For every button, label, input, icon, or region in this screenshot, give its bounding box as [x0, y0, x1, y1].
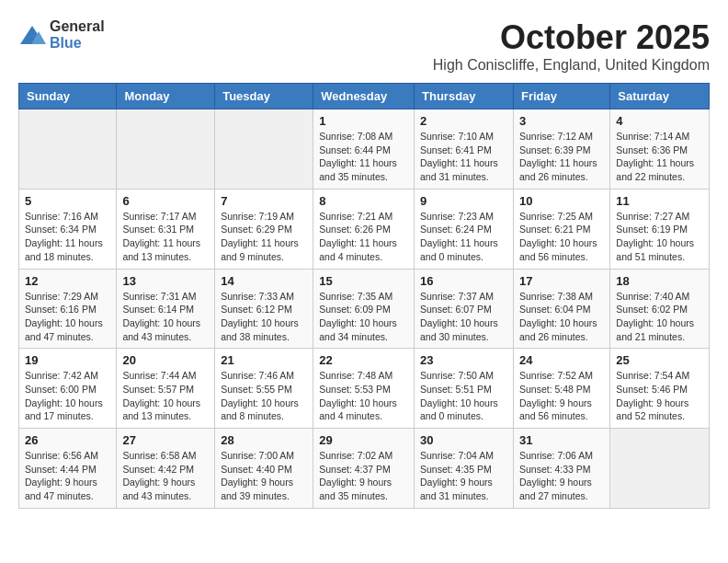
day-info: Sunrise: 7:02 AMSunset: 4:37 PMDaylight:…: [319, 449, 408, 503]
day-number: 17: [519, 274, 604, 288]
title-area: October 2025 High Coniscliffe, England, …: [433, 18, 710, 74]
day-cell: 13Sunrise: 7:31 AMSunset: 6:14 PMDayligh…: [117, 269, 215, 349]
day-cell: 20Sunrise: 7:44 AMSunset: 5:57 PMDayligh…: [117, 349, 215, 429]
weekday-header-sunday: Sunday: [19, 84, 117, 109]
day-info: Sunrise: 7:37 AMSunset: 6:07 PMDaylight:…: [420, 290, 507, 344]
day-number: 1: [319, 114, 408, 128]
day-info: Sunrise: 7:35 AMSunset: 6:09 PMDaylight:…: [319, 290, 408, 344]
day-info: Sunrise: 7:42 AMSunset: 6:00 PMDaylight:…: [25, 369, 110, 423]
day-number: 25: [616, 353, 703, 367]
day-number: 29: [319, 433, 408, 447]
day-info: Sunrise: 7:23 AMSunset: 6:24 PMDaylight:…: [420, 210, 507, 264]
logo-general: General: [50, 18, 105, 34]
day-number: 12: [25, 274, 110, 288]
location-title: High Coniscliffe, England, United Kingdo…: [433, 57, 710, 74]
weekday-header-friday: Friday: [513, 84, 609, 109]
day-info: Sunrise: 7:08 AMSunset: 6:44 PMDaylight:…: [319, 130, 408, 184]
day-number: 10: [519, 194, 604, 208]
day-cell: 1Sunrise: 7:08 AMSunset: 6:44 PMDaylight…: [313, 109, 415, 190]
day-info: Sunrise: 7:17 AMSunset: 6:31 PMDaylight:…: [122, 210, 209, 264]
day-number: 13: [122, 274, 209, 288]
day-number: 18: [616, 274, 703, 288]
day-number: 2: [420, 114, 507, 128]
day-cell: [19, 109, 117, 190]
week-row-3: 12Sunrise: 7:29 AMSunset: 6:16 PMDayligh…: [19, 269, 710, 349]
day-cell: 14Sunrise: 7:33 AMSunset: 6:12 PMDayligh…: [215, 269, 313, 349]
day-number: 7: [221, 194, 307, 208]
day-number: 3: [519, 114, 604, 128]
day-number: 27: [122, 433, 209, 447]
weekday-header-saturday: Saturday: [610, 84, 710, 109]
day-cell: 22Sunrise: 7:48 AMSunset: 5:53 PMDayligh…: [313, 349, 415, 429]
day-cell: 28Sunrise: 7:00 AMSunset: 4:40 PMDayligh…: [215, 429, 313, 509]
day-info: Sunrise: 6:58 AMSunset: 4:42 PMDaylight:…: [122, 449, 209, 503]
weekday-header-monday: Monday: [117, 84, 215, 109]
day-info: Sunrise: 7:16 AMSunset: 6:34 PMDaylight:…: [25, 210, 110, 264]
day-number: 30: [420, 433, 507, 447]
day-cell: 5Sunrise: 7:16 AMSunset: 6:34 PMDaylight…: [19, 189, 117, 269]
day-cell: 2Sunrise: 7:10 AMSunset: 6:41 PMDaylight…: [415, 109, 514, 190]
day-cell: 8Sunrise: 7:21 AMSunset: 6:26 PMDaylight…: [313, 189, 415, 269]
weekday-header-wednesday: Wednesday: [313, 84, 415, 109]
day-number: 9: [420, 194, 507, 208]
day-number: 14: [221, 274, 307, 288]
day-cell: 23Sunrise: 7:50 AMSunset: 5:51 PMDayligh…: [415, 349, 514, 429]
day-cell: 10Sunrise: 7:25 AMSunset: 6:21 PMDayligh…: [513, 189, 609, 269]
day-number: 6: [122, 194, 209, 208]
day-cell: 21Sunrise: 7:46 AMSunset: 5:55 PMDayligh…: [215, 349, 313, 429]
day-number: 28: [221, 433, 307, 447]
day-info: Sunrise: 7:25 AMSunset: 6:21 PMDaylight:…: [519, 210, 604, 264]
weekday-header-tuesday: Tuesday: [215, 84, 313, 109]
day-cell: 25Sunrise: 7:54 AMSunset: 5:46 PMDayligh…: [610, 349, 710, 429]
day-number: 16: [420, 274, 507, 288]
day-info: Sunrise: 7:19 AMSunset: 6:29 PMDaylight:…: [221, 210, 307, 264]
day-cell: 6Sunrise: 7:17 AMSunset: 6:31 PMDaylight…: [117, 189, 215, 269]
day-cell: 31Sunrise: 7:06 AMSunset: 4:33 PMDayligh…: [513, 429, 609, 509]
header: General Blue October 2025 High Conisclif…: [18, 18, 710, 74]
week-row-4: 19Sunrise: 7:42 AMSunset: 6:00 PMDayligh…: [19, 349, 710, 429]
day-info: Sunrise: 7:06 AMSunset: 4:33 PMDaylight:…: [519, 449, 604, 503]
day-info: Sunrise: 7:33 AMSunset: 6:12 PMDaylight:…: [221, 290, 307, 344]
day-info: Sunrise: 7:00 AMSunset: 4:40 PMDaylight:…: [221, 449, 307, 503]
week-row-5: 26Sunrise: 6:56 AMSunset: 4:44 PMDayligh…: [19, 429, 710, 509]
logo-blue: Blue: [50, 35, 82, 51]
day-info: Sunrise: 7:04 AMSunset: 4:35 PMDaylight:…: [420, 449, 507, 503]
day-info: Sunrise: 7:14 AMSunset: 6:36 PMDaylight:…: [616, 130, 703, 184]
day-number: 4: [616, 114, 703, 128]
calendar-table: SundayMondayTuesdayWednesdayThursdayFrid…: [18, 83, 710, 509]
day-info: Sunrise: 7:12 AMSunset: 6:39 PMDaylight:…: [519, 130, 604, 184]
day-info: Sunrise: 7:10 AMSunset: 6:41 PMDaylight:…: [420, 130, 507, 184]
day-number: 22: [319, 353, 408, 367]
day-info: Sunrise: 7:46 AMSunset: 5:55 PMDaylight:…: [221, 369, 307, 423]
logo: General Blue: [18, 18, 105, 52]
day-cell: 24Sunrise: 7:52 AMSunset: 5:48 PMDayligh…: [513, 349, 609, 429]
day-cell: 30Sunrise: 7:04 AMSunset: 4:35 PMDayligh…: [415, 429, 514, 509]
day-info: Sunrise: 7:31 AMSunset: 6:14 PMDaylight:…: [122, 290, 209, 344]
day-cell: 15Sunrise: 7:35 AMSunset: 6:09 PMDayligh…: [313, 269, 415, 349]
day-info: Sunrise: 7:50 AMSunset: 5:51 PMDaylight:…: [420, 369, 507, 423]
day-cell: 26Sunrise: 6:56 AMSunset: 4:44 PMDayligh…: [19, 429, 117, 509]
day-info: Sunrise: 7:44 AMSunset: 5:57 PMDaylight:…: [122, 369, 209, 423]
day-cell: 12Sunrise: 7:29 AMSunset: 6:16 PMDayligh…: [19, 269, 117, 349]
day-cell: 3Sunrise: 7:12 AMSunset: 6:39 PMDaylight…: [513, 109, 609, 190]
day-number: 21: [221, 353, 307, 367]
day-cell: [610, 429, 710, 509]
day-cell: 7Sunrise: 7:19 AMSunset: 6:29 PMDaylight…: [215, 189, 313, 269]
day-cell: [117, 109, 215, 190]
day-info: Sunrise: 7:40 AMSunset: 6:02 PMDaylight:…: [616, 290, 703, 344]
weekday-header-row: SundayMondayTuesdayWednesdayThursdayFrid…: [19, 84, 710, 109]
logo-icon: [18, 24, 46, 46]
day-info: Sunrise: 7:54 AMSunset: 5:46 PMDaylight:…: [616, 369, 703, 423]
day-info: Sunrise: 7:48 AMSunset: 5:53 PMDaylight:…: [319, 369, 408, 423]
day-info: Sunrise: 7:29 AMSunset: 6:16 PMDaylight:…: [25, 290, 110, 344]
day-cell: 18Sunrise: 7:40 AMSunset: 6:02 PMDayligh…: [610, 269, 710, 349]
day-number: 5: [25, 194, 110, 208]
week-row-2: 5Sunrise: 7:16 AMSunset: 6:34 PMDaylight…: [19, 189, 710, 269]
day-cell: 16Sunrise: 7:37 AMSunset: 6:07 PMDayligh…: [415, 269, 514, 349]
day-info: Sunrise: 7:38 AMSunset: 6:04 PMDaylight:…: [519, 290, 604, 344]
day-cell: 27Sunrise: 6:58 AMSunset: 4:42 PMDayligh…: [117, 429, 215, 509]
day-number: 8: [319, 194, 408, 208]
day-number: 19: [25, 353, 110, 367]
day-number: 26: [25, 433, 110, 447]
day-cell: 9Sunrise: 7:23 AMSunset: 6:24 PMDaylight…: [415, 189, 514, 269]
